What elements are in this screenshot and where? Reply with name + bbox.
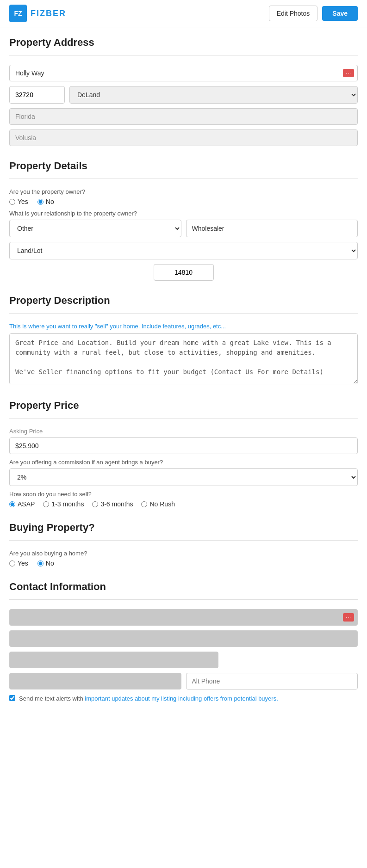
contact-phone-row: [9, 673, 358, 689]
contact-field2-group: [9, 630, 358, 647]
state-input: [9, 108, 358, 125]
main-content: Property Address ··· DeLand Orlando Tamp…: [0, 27, 367, 726]
no-rush-radio[interactable]: [141, 501, 147, 507]
one-three-months-label[interactable]: 1-3 months: [43, 500, 84, 508]
description-hint: This is where you want to really "sell" …: [9, 323, 358, 330]
one-three-months-radio[interactable]: [43, 501, 49, 507]
relationship-question-label: What is your relationship to the propert…: [9, 210, 358, 217]
asking-price-label: Asking Price: [9, 428, 358, 435]
logo-area: FZ FIZBER: [9, 5, 66, 22]
no-rush-text: No Rush: [149, 500, 174, 508]
buying-question-group: Are you also buying a home? Yes No: [9, 550, 358, 567]
property-description-section: Property Description This is where you w…: [9, 295, 358, 386]
state-group: [9, 108, 358, 125]
buying-yes-radio[interactable]: [9, 560, 15, 566]
county-group: [9, 129, 358, 146]
buying-question-label: Are you also buying a home?: [9, 550, 358, 557]
contact-field3-group: [9, 652, 358, 668]
sqft-area: [9, 264, 358, 281]
three-six-months-radio[interactable]: [92, 501, 98, 507]
commission-select[interactable]: 2% 1% 1.5% 2.5% 3% No: [9, 468, 358, 486]
sms-checkbox-row: Send me text alerts with important updat…: [9, 694, 358, 703]
how-soon-group: How soon do you need to sell? ASAP 1-3 m…: [9, 491, 358, 508]
sqft-input[interactable]: [154, 264, 214, 281]
no-rush-label[interactable]: No Rush: [141, 500, 174, 508]
asking-price-group: Asking Price: [9, 428, 358, 454]
three-six-months-label[interactable]: 3-6 months: [92, 500, 133, 508]
asap-text: ASAP: [18, 500, 35, 508]
three-six-months-text: 3-6 months: [100, 500, 133, 508]
save-button[interactable]: Save: [322, 6, 358, 21]
dots-icon-2: ···: [346, 615, 351, 620]
owner-no-label[interactable]: No: [37, 198, 54, 205]
owner-question-label: Are you the property owner?: [9, 188, 358, 195]
relationship-row: Other Agent Attorney Family Member: [9, 220, 358, 237]
commission-question-label: Are you offering a commission if an agen…: [9, 459, 358, 466]
dots-icon: ···: [346, 70, 351, 76]
property-address-section: Property Address ··· DeLand Orlando Tamp…: [9, 37, 358, 146]
property-description-title: Property Description: [9, 295, 358, 307]
contact-field2-input[interactable]: [9, 630, 358, 647]
owner-no-text: No: [46, 198, 54, 205]
asap-label[interactable]: ASAP: [9, 500, 35, 508]
sms-checkbox[interactable]: [9, 695, 15, 701]
asking-price-input[interactable]: [9, 437, 358, 454]
asap-radio[interactable]: [9, 501, 15, 507]
commission-group: Are you offering a commission if an agen…: [9, 459, 358, 486]
buying-no-radio[interactable]: [37, 560, 44, 566]
sms-text: Send me text alerts with important updat…: [19, 694, 278, 703]
buying-radio-group: Yes No: [9, 560, 358, 567]
logo-icon: FZ: [9, 5, 27, 22]
zip-city-row: DeLand Orlando Tampa Miami: [9, 86, 358, 104]
description-group: Great Price and Location. Build your dre…: [9, 333, 358, 386]
relationship-question-group: What is your relationship to the propert…: [9, 210, 358, 237]
buying-yes-label[interactable]: Yes: [9, 560, 28, 567]
buying-property-section: Buying Property? Are you also buying a h…: [9, 522, 358, 567]
how-soon-radio-group: ASAP 1-3 months 3-6 months No Rush: [9, 500, 358, 508]
owner-yes-label[interactable]: Yes: [9, 198, 28, 205]
owner-yes-radio[interactable]: [9, 199, 15, 205]
relationship-other-input[interactable]: [186, 220, 358, 237]
contact-name-group: ···: [9, 609, 358, 626]
contact-icon-button[interactable]: ···: [343, 613, 354, 622]
contact-field3-input[interactable]: [9, 652, 218, 668]
property-details-title: Property Details: [9, 160, 358, 172]
street-address-group: ···: [9, 65, 358, 81]
buying-no-text: No: [46, 560, 54, 567]
brand-name: FIZBER: [31, 9, 66, 18]
buying-yes-text: Yes: [18, 560, 28, 567]
contact-phone-input[interactable]: [9, 673, 181, 689]
owner-no-radio[interactable]: [37, 199, 44, 205]
relationship-select[interactable]: Other Agent Attorney Family Member: [9, 220, 181, 237]
header: FZ FIZBER Edit Photos Save: [0, 0, 367, 27]
city-select[interactable]: DeLand Orlando Tampa Miami: [69, 86, 358, 104]
header-buttons: Edit Photos Save: [269, 6, 358, 21]
property-price-title: Property Price: [9, 400, 358, 412]
alt-phone-input[interactable]: [186, 673, 358, 689]
property-type-group: Land/Lot Single Family Condo Multi-Famil…: [9, 242, 358, 259]
how-soon-label: How soon do you need to sell?: [9, 491, 358, 498]
street-input-wrapper: ···: [9, 65, 358, 81]
contact-name-wrapper: ···: [9, 609, 358, 626]
owner-question-group: Are you the property owner? Yes No: [9, 188, 358, 205]
owner-yes-text: Yes: [18, 198, 28, 205]
street-input[interactable]: [9, 65, 358, 81]
zip-input[interactable]: [9, 86, 65, 104]
property-address-title: Property Address: [9, 37, 358, 49]
contact-name-input[interactable]: [9, 609, 358, 626]
property-type-select[interactable]: Land/Lot Single Family Condo Multi-Famil…: [9, 242, 358, 259]
contact-information-section: Contact Information ··· Send me text ale…: [9, 581, 358, 703]
buying-property-title: Buying Property?: [9, 522, 358, 534]
contact-information-title: Contact Information: [9, 581, 358, 593]
sms-highlight-text: important updates about my listing inclu…: [85, 695, 278, 702]
property-price-section: Property Price Asking Price Are you offe…: [9, 400, 358, 508]
address-icon-button[interactable]: ···: [343, 69, 354, 77]
one-three-months-text: 1-3 months: [51, 500, 84, 508]
property-details-section: Property Details Are you the property ow…: [9, 160, 358, 281]
county-input: [9, 129, 358, 146]
edit-photos-button[interactable]: Edit Photos: [269, 6, 318, 21]
description-textarea[interactable]: Great Price and Location. Build your dre…: [9, 333, 358, 384]
owner-radio-group: Yes No: [9, 198, 358, 205]
buying-no-label[interactable]: No: [37, 560, 54, 567]
